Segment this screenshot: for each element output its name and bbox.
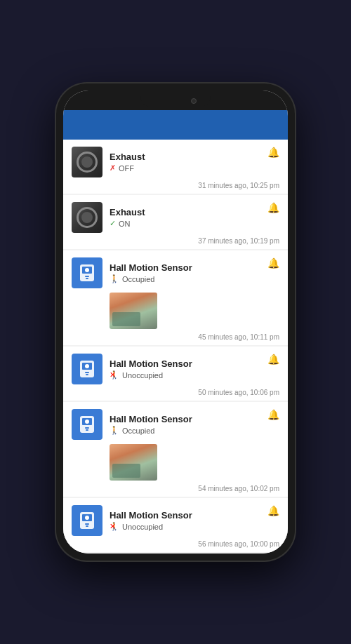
device-thumbnail bbox=[72, 202, 102, 233]
status-row: 🚶✕ Unoccupied bbox=[110, 522, 192, 531]
list-item: Hall Motion Sensor 🚶 Occupied 🔔 54 minut… bbox=[63, 402, 288, 497]
item-left: Hall Motion Sensor 🚶 Occupied bbox=[72, 257, 192, 288]
list-item: Hall Motion Sensor 🚶✕ Unoccupied 🔔 50 mi… bbox=[63, 347, 288, 401]
svg-rect-13 bbox=[85, 427, 89, 429]
status-text: Unoccupied bbox=[122, 523, 163, 531]
app-header bbox=[63, 110, 288, 140]
item-top: Exhaust ✓ ON 🔔 bbox=[72, 202, 279, 233]
bell-icon[interactable]: 🔔 bbox=[267, 354, 279, 365]
exhaust-inner bbox=[81, 212, 93, 223]
item-left: Exhaust ✓ ON bbox=[72, 202, 145, 233]
notch bbox=[140, 95, 211, 107]
list-item: Hall Motion Sensor 🚶✕ Unoccupied 🔔 56 mi… bbox=[63, 498, 288, 552]
timestamp: 31 minutes ago, 10:25 pm bbox=[72, 180, 279, 189]
event-snapshot bbox=[110, 444, 157, 481]
device-thumbnail bbox=[72, 505, 102, 536]
item-left: Hall Motion Sensor 🚶✕ Unoccupied bbox=[72, 354, 192, 384]
status-icon: 🚶✕ bbox=[110, 522, 119, 531]
sensor-icon bbox=[77, 263, 97, 283]
device-name: Exhaust bbox=[110, 152, 145, 162]
svg-point-7 bbox=[85, 364, 89, 368]
exhaust-inner bbox=[81, 156, 93, 168]
bell-icon[interactable]: 🔔 bbox=[267, 409, 279, 420]
bell-icon[interactable]: 🔔 bbox=[267, 257, 279, 269]
status-icon: 🚶✕ bbox=[110, 370, 119, 380]
svg-point-2 bbox=[85, 268, 89, 272]
phone-screen: Exhaust ✗ OFF 🔔 31 minutes ago, 10:25 pm bbox=[63, 90, 288, 554]
item-left: Exhaust ✗ OFF bbox=[72, 147, 145, 177]
device-thumbnail bbox=[72, 409, 102, 440]
status-text: ON bbox=[119, 220, 131, 228]
status-row: ✓ ON bbox=[110, 219, 145, 228]
camera bbox=[191, 98, 197, 104]
activity-log-list: Exhaust ✗ OFF 🔔 31 minutes ago, 10:25 pm bbox=[63, 140, 288, 554]
timestamp: 56 minutes ago, 10:00 pm bbox=[72, 539, 279, 548]
item-info: Exhaust ✓ ON bbox=[110, 207, 145, 228]
svg-rect-8 bbox=[85, 372, 89, 373]
svg-point-12 bbox=[85, 420, 89, 424]
status-text: Unoccupied bbox=[122, 371, 163, 380]
item-left: Hall Motion Sensor 🚶✕ Unoccupied bbox=[72, 505, 192, 536]
header-left bbox=[73, 117, 95, 133]
device-name: Hall Motion Sensor bbox=[110, 262, 192, 273]
device-name: Hall Motion Sensor bbox=[110, 358, 192, 369]
status-row: 🚶✕ Unoccupied bbox=[110, 370, 192, 380]
exhaust-circle bbox=[77, 152, 98, 173]
timestamp: 37 minutes ago, 10:19 pm bbox=[72, 236, 279, 245]
close-button[interactable] bbox=[73, 117, 88, 133]
bell-icon[interactable]: 🔔 bbox=[267, 202, 279, 213]
device-name: Hall Motion Sensor bbox=[110, 414, 192, 424]
list-item: Exhaust ✓ ON 🔔 37 minutes ago, 10:19 pm bbox=[63, 195, 288, 249]
item-info: Exhaust ✗ OFF bbox=[110, 152, 145, 173]
item-left: Hall Motion Sensor 🚶 Occupied bbox=[72, 409, 192, 440]
status-row: 🚶 Occupied bbox=[110, 426, 192, 435]
svg-rect-14 bbox=[86, 429, 88, 431]
exhaust-circle bbox=[77, 207, 98, 228]
item-info: Hall Motion Sensor 🚶✕ Unoccupied bbox=[110, 510, 192, 531]
item-info: Hall Motion Sensor 🚶 Occupied bbox=[110, 414, 192, 435]
device-thumbnail bbox=[72, 257, 102, 288]
device-thumbnail bbox=[72, 354, 102, 384]
timestamp: 54 minutes ago, 10:02 pm bbox=[72, 483, 279, 492]
sensor-icon bbox=[77, 511, 97, 530]
device-thumbnail bbox=[72, 147, 102, 177]
svg-rect-9 bbox=[86, 374, 88, 375]
device-name: Hall Motion Sensor bbox=[110, 510, 192, 521]
svg-rect-3 bbox=[85, 276, 89, 277]
svg-rect-18 bbox=[85, 523, 89, 525]
status-text: Occupied bbox=[122, 275, 154, 283]
snapshot-detail bbox=[112, 312, 140, 326]
status-icon: 🚶 bbox=[110, 274, 119, 283]
timestamp: 50 minutes ago, 10:06 pm bbox=[72, 387, 279, 396]
snapshot-image bbox=[110, 293, 157, 329]
status-row: 🚶 Occupied bbox=[110, 274, 192, 283]
item-top: Hall Motion Sensor 🚶 Occupied 🔔 bbox=[72, 409, 279, 440]
bell-icon[interactable]: 🔔 bbox=[267, 505, 279, 516]
snapshot-image bbox=[110, 444, 157, 481]
status-icon: ✗ bbox=[110, 163, 116, 173]
svg-rect-4 bbox=[86, 278, 88, 279]
svg-point-17 bbox=[85, 516, 89, 520]
item-top: Hall Motion Sensor 🚶 Occupied 🔔 bbox=[72, 257, 279, 288]
status-icon: ✓ bbox=[110, 219, 116, 228]
list-item: Hall Motion Sensor 🚶 Occupied 🔔 45 minut… bbox=[63, 250, 288, 345]
status-text: OFF bbox=[119, 164, 134, 173]
list-item: Exhaust ✗ OFF 🔔 31 minutes ago, 10:25 pm bbox=[63, 140, 288, 194]
item-info: Hall Motion Sensor 🚶 Occupied bbox=[110, 262, 192, 283]
item-top: Exhaust ✗ OFF 🔔 bbox=[72, 147, 279, 177]
sensor-icon bbox=[77, 415, 97, 434]
sensor-icon bbox=[77, 359, 97, 379]
item-top: Hall Motion Sensor 🚶✕ Unoccupied 🔔 bbox=[72, 505, 279, 536]
status-icon: 🚶 bbox=[110, 426, 119, 435]
status-row: ✗ OFF bbox=[110, 163, 145, 173]
device-name: Exhaust bbox=[110, 207, 145, 217]
snapshot-detail bbox=[112, 464, 140, 478]
bell-icon[interactable]: 🔔 bbox=[267, 147, 279, 158]
timestamp: 45 minutes ago, 10:11 pm bbox=[72, 332, 279, 341]
item-info: Hall Motion Sensor 🚶✕ Unoccupied bbox=[110, 358, 192, 380]
svg-rect-19 bbox=[86, 525, 88, 527]
event-snapshot bbox=[110, 293, 157, 329]
item-top: Hall Motion Sensor 🚶✕ Unoccupied 🔔 bbox=[72, 354, 279, 384]
notch-bar bbox=[63, 90, 288, 110]
phone-frame: Exhaust ✗ OFF 🔔 31 minutes ago, 10:25 pm bbox=[56, 83, 295, 561]
